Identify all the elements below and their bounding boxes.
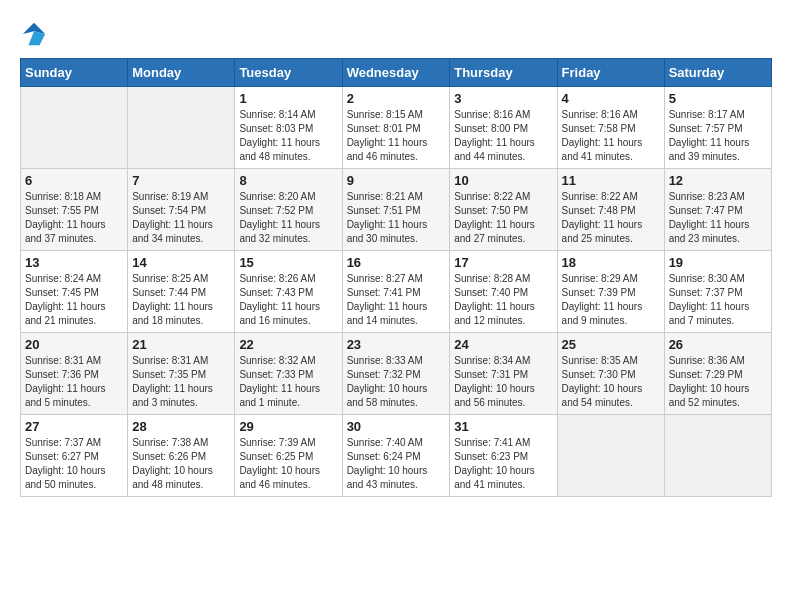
- sunrise: Sunrise: 7:38 AM: [132, 437, 208, 448]
- logo-icon: [20, 20, 48, 48]
- sunset: Sunset: 6:27 PM: [25, 451, 99, 462]
- day-info: Sunrise: 8:19 AM Sunset: 7:54 PM Dayligh…: [132, 190, 230, 246]
- calendar-cell: 24 Sunrise: 8:34 AM Sunset: 7:31 PM Dayl…: [450, 333, 557, 415]
- calendar-week-row: 20 Sunrise: 8:31 AM Sunset: 7:36 PM Dayl…: [21, 333, 772, 415]
- day-info: Sunrise: 7:39 AM Sunset: 6:25 PM Dayligh…: [239, 436, 337, 492]
- sunrise: Sunrise: 8:17 AM: [669, 109, 745, 120]
- sunrise: Sunrise: 8:33 AM: [347, 355, 423, 366]
- daylight: Daylight: 10 hours and 48 minutes.: [132, 465, 213, 490]
- day-number: 6: [25, 173, 123, 188]
- sunset: Sunset: 7:44 PM: [132, 287, 206, 298]
- day-number: 21: [132, 337, 230, 352]
- day-info: Sunrise: 8:22 AM Sunset: 7:50 PM Dayligh…: [454, 190, 552, 246]
- day-number: 31: [454, 419, 552, 434]
- day-info: Sunrise: 8:31 AM Sunset: 7:35 PM Dayligh…: [132, 354, 230, 410]
- sunset: Sunset: 7:40 PM: [454, 287, 528, 298]
- day-number: 24: [454, 337, 552, 352]
- calendar-cell: 10 Sunrise: 8:22 AM Sunset: 7:50 PM Dayl…: [450, 169, 557, 251]
- sunrise: Sunrise: 8:26 AM: [239, 273, 315, 284]
- calendar-cell: 31 Sunrise: 7:41 AM Sunset: 6:23 PM Dayl…: [450, 415, 557, 497]
- sunrise: Sunrise: 8:25 AM: [132, 273, 208, 284]
- day-info: Sunrise: 8:24 AM Sunset: 7:45 PM Dayligh…: [25, 272, 123, 328]
- calendar-cell: 25 Sunrise: 8:35 AM Sunset: 7:30 PM Dayl…: [557, 333, 664, 415]
- daylight: Daylight: 11 hours and 18 minutes.: [132, 301, 213, 326]
- daylight: Daylight: 10 hours and 46 minutes.: [239, 465, 320, 490]
- sunset: Sunset: 6:23 PM: [454, 451, 528, 462]
- weekday-header: Wednesday: [342, 59, 450, 87]
- sunset: Sunset: 7:51 PM: [347, 205, 421, 216]
- sunrise: Sunrise: 8:16 AM: [454, 109, 530, 120]
- daylight: Daylight: 10 hours and 52 minutes.: [669, 383, 750, 408]
- sunrise: Sunrise: 8:20 AM: [239, 191, 315, 202]
- calendar-cell: 1 Sunrise: 8:14 AM Sunset: 8:03 PM Dayli…: [235, 87, 342, 169]
- calendar-cell: 5 Sunrise: 8:17 AM Sunset: 7:57 PM Dayli…: [664, 87, 771, 169]
- daylight: Daylight: 11 hours and 32 minutes.: [239, 219, 320, 244]
- sunset: Sunset: 7:41 PM: [347, 287, 421, 298]
- sunset: Sunset: 7:35 PM: [132, 369, 206, 380]
- sunrise: Sunrise: 8:30 AM: [669, 273, 745, 284]
- day-info: Sunrise: 8:20 AM Sunset: 7:52 PM Dayligh…: [239, 190, 337, 246]
- day-number: 22: [239, 337, 337, 352]
- daylight: Daylight: 11 hours and 5 minutes.: [25, 383, 106, 408]
- day-number: 27: [25, 419, 123, 434]
- calendar-cell: 22 Sunrise: 8:32 AM Sunset: 7:33 PM Dayl…: [235, 333, 342, 415]
- sunset: Sunset: 7:48 PM: [562, 205, 636, 216]
- daylight: Daylight: 10 hours and 54 minutes.: [562, 383, 643, 408]
- day-info: Sunrise: 8:18 AM Sunset: 7:55 PM Dayligh…: [25, 190, 123, 246]
- calendar-cell: 6 Sunrise: 8:18 AM Sunset: 7:55 PM Dayli…: [21, 169, 128, 251]
- calendar-cell: 19 Sunrise: 8:30 AM Sunset: 7:37 PM Dayl…: [664, 251, 771, 333]
- sunrise: Sunrise: 8:14 AM: [239, 109, 315, 120]
- calendar-week-row: 13 Sunrise: 8:24 AM Sunset: 7:45 PM Dayl…: [21, 251, 772, 333]
- weekday-header: Sunday: [21, 59, 128, 87]
- daylight: Daylight: 11 hours and 37 minutes.: [25, 219, 106, 244]
- day-number: 18: [562, 255, 660, 270]
- daylight: Daylight: 10 hours and 56 minutes.: [454, 383, 535, 408]
- daylight: Daylight: 11 hours and 21 minutes.: [25, 301, 106, 326]
- day-number: 14: [132, 255, 230, 270]
- day-info: Sunrise: 8:23 AM Sunset: 7:47 PM Dayligh…: [669, 190, 767, 246]
- day-number: 25: [562, 337, 660, 352]
- calendar-cell: 9 Sunrise: 8:21 AM Sunset: 7:51 PM Dayli…: [342, 169, 450, 251]
- sunset: Sunset: 7:58 PM: [562, 123, 636, 134]
- calendar-cell: 21 Sunrise: 8:31 AM Sunset: 7:35 PM Dayl…: [128, 333, 235, 415]
- day-info: Sunrise: 8:16 AM Sunset: 7:58 PM Dayligh…: [562, 108, 660, 164]
- day-number: 17: [454, 255, 552, 270]
- day-number: 30: [347, 419, 446, 434]
- sunset: Sunset: 7:50 PM: [454, 205, 528, 216]
- day-info: Sunrise: 8:17 AM Sunset: 7:57 PM Dayligh…: [669, 108, 767, 164]
- day-info: Sunrise: 8:27 AM Sunset: 7:41 PM Dayligh…: [347, 272, 446, 328]
- weekday-header: Saturday: [664, 59, 771, 87]
- sunset: Sunset: 7:29 PM: [669, 369, 743, 380]
- day-info: Sunrise: 8:31 AM Sunset: 7:36 PM Dayligh…: [25, 354, 123, 410]
- sunrise: Sunrise: 8:28 AM: [454, 273, 530, 284]
- day-number: 1: [239, 91, 337, 106]
- page-header: [20, 20, 772, 48]
- daylight: Daylight: 10 hours and 50 minutes.: [25, 465, 106, 490]
- sunrise: Sunrise: 8:18 AM: [25, 191, 101, 202]
- sunset: Sunset: 6:25 PM: [239, 451, 313, 462]
- sunrise: Sunrise: 8:27 AM: [347, 273, 423, 284]
- day-number: 26: [669, 337, 767, 352]
- calendar-cell: 26 Sunrise: 8:36 AM Sunset: 7:29 PM Dayl…: [664, 333, 771, 415]
- sunset: Sunset: 8:01 PM: [347, 123, 421, 134]
- sunrise: Sunrise: 8:22 AM: [454, 191, 530, 202]
- calendar-cell: 20 Sunrise: 8:31 AM Sunset: 7:36 PM Dayl…: [21, 333, 128, 415]
- calendar-cell: 11 Sunrise: 8:22 AM Sunset: 7:48 PM Dayl…: [557, 169, 664, 251]
- sunrise: Sunrise: 8:23 AM: [669, 191, 745, 202]
- day-number: 13: [25, 255, 123, 270]
- calendar-week-row: 6 Sunrise: 8:18 AM Sunset: 7:55 PM Dayli…: [21, 169, 772, 251]
- sunrise: Sunrise: 8:21 AM: [347, 191, 423, 202]
- sunrise: Sunrise: 8:19 AM: [132, 191, 208, 202]
- day-info: Sunrise: 8:16 AM Sunset: 8:00 PM Dayligh…: [454, 108, 552, 164]
- calendar-cell: 23 Sunrise: 8:33 AM Sunset: 7:32 PM Dayl…: [342, 333, 450, 415]
- sunrise: Sunrise: 8:24 AM: [25, 273, 101, 284]
- sunset: Sunset: 7:39 PM: [562, 287, 636, 298]
- day-number: 12: [669, 173, 767, 188]
- calendar-cell: [664, 415, 771, 497]
- daylight: Daylight: 11 hours and 23 minutes.: [669, 219, 750, 244]
- day-number: 7: [132, 173, 230, 188]
- sunrise: Sunrise: 8:29 AM: [562, 273, 638, 284]
- sunrise: Sunrise: 7:39 AM: [239, 437, 315, 448]
- sunrise: Sunrise: 7:37 AM: [25, 437, 101, 448]
- daylight: Daylight: 11 hours and 1 minute.: [239, 383, 320, 408]
